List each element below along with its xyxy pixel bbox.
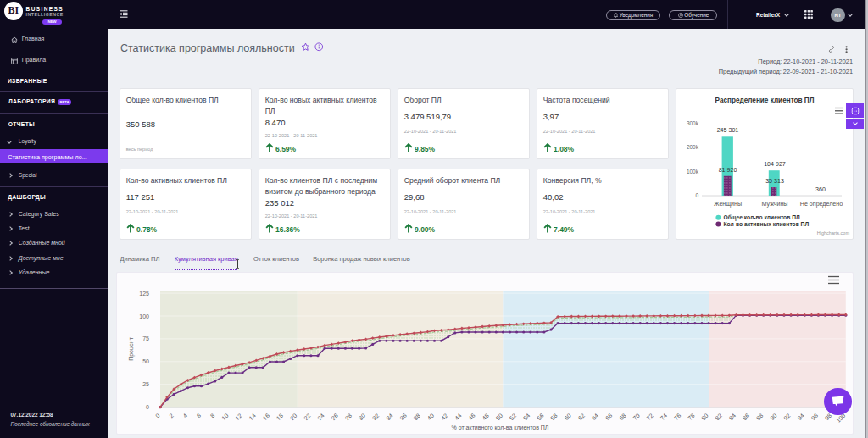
- svg-text:86: 86: [742, 413, 751, 422]
- svg-text:Не определено: Не определено: [800, 201, 843, 208]
- svg-text:62: 62: [577, 413, 587, 422]
- svg-text:81 920: 81 920: [719, 167, 737, 174]
- svg-text:28: 28: [344, 413, 353, 422]
- svg-text:96: 96: [810, 413, 820, 422]
- svg-text:Общее кол-во клиентов ПЛ: Общее кол-во клиентов ПЛ: [724, 214, 800, 221]
- svg-text:88: 88: [755, 413, 765, 422]
- svg-text:68: 68: [618, 413, 627, 422]
- svg-text:Женщины: Женщины: [714, 201, 742, 208]
- svg-text:4: 4: [181, 413, 188, 419]
- svg-text:24: 24: [316, 413, 326, 422]
- svg-text:8: 8: [209, 413, 216, 419]
- svg-text:44: 44: [453, 413, 463, 422]
- svg-text:22: 22: [303, 413, 312, 422]
- svg-text:70: 70: [632, 413, 641, 422]
- svg-text:Кол-во активных клиентов ПЛ: Кол-во активных клиентов ПЛ: [724, 221, 810, 227]
- svg-text:46: 46: [467, 413, 476, 422]
- svg-text:100k: 100k: [687, 169, 699, 175]
- svg-text:10: 10: [220, 413, 230, 422]
- svg-text:6: 6: [195, 413, 202, 419]
- svg-text:16: 16: [262, 413, 271, 422]
- svg-text:84: 84: [728, 413, 737, 422]
- svg-text:125: 125: [139, 291, 149, 297]
- svg-text:25: 25: [142, 381, 149, 387]
- svg-text:100: 100: [139, 313, 149, 319]
- svg-text:78: 78: [687, 413, 696, 422]
- svg-text:30: 30: [358, 413, 367, 422]
- svg-text:90: 90: [769, 413, 778, 422]
- svg-text:50: 50: [495, 413, 504, 422]
- svg-text:38: 38: [413, 413, 422, 422]
- svg-text:76: 76: [673, 413, 682, 422]
- svg-text:52: 52: [509, 413, 518, 422]
- svg-text:26: 26: [331, 413, 340, 422]
- svg-text:Мужчины: Мужчины: [762, 201, 788, 208]
- svg-text:104 927: 104 927: [764, 161, 786, 168]
- svg-text:42: 42: [440, 413, 449, 422]
- svg-text:Highcharts.com: Highcharts.com: [817, 230, 850, 236]
- svg-text:% от активного кол-ва клиентов: % от активного кол-ва клиентов ПЛ: [452, 424, 549, 430]
- svg-text:32: 32: [371, 413, 381, 422]
- svg-text:94: 94: [797, 413, 806, 422]
- svg-text:64: 64: [591, 413, 600, 422]
- svg-text:34: 34: [385, 413, 394, 422]
- svg-text:50: 50: [142, 358, 149, 364]
- svg-text:54: 54: [522, 413, 531, 422]
- svg-text:360: 360: [815, 186, 826, 193]
- svg-text:0: 0: [146, 404, 149, 410]
- svg-text:18: 18: [275, 413, 285, 422]
- svg-text:20: 20: [289, 413, 298, 422]
- svg-text:35 313: 35 313: [765, 178, 784, 185]
- svg-text:2: 2: [168, 413, 175, 419]
- svg-text:12: 12: [234, 413, 243, 422]
- svg-text:48: 48: [481, 413, 490, 422]
- svg-text:36: 36: [398, 413, 408, 422]
- svg-text:80: 80: [700, 413, 709, 422]
- svg-text:82: 82: [714, 413, 723, 422]
- svg-text:0: 0: [695, 192, 698, 198]
- svg-text:66: 66: [604, 413, 614, 422]
- svg-text:74: 74: [659, 413, 669, 422]
- svg-text:60: 60: [564, 413, 573, 422]
- svg-text:56: 56: [536, 413, 545, 422]
- svg-text:92: 92: [782, 413, 792, 422]
- svg-text:200k: 200k: [687, 144, 699, 150]
- svg-text:75: 75: [142, 335, 149, 341]
- svg-text:Распределение клиентов ПЛ: Распределение клиентов ПЛ: [715, 97, 815, 104]
- svg-text:Процент: Процент: [128, 336, 135, 361]
- svg-text:300k: 300k: [687, 120, 699, 126]
- svg-text:58: 58: [549, 413, 559, 422]
- svg-text:0: 0: [154, 413, 161, 419]
- svg-text:14: 14: [248, 413, 257, 422]
- svg-text:72: 72: [646, 413, 655, 422]
- svg-text:40: 40: [426, 413, 436, 422]
- svg-text:245 301: 245 301: [717, 127, 739, 134]
